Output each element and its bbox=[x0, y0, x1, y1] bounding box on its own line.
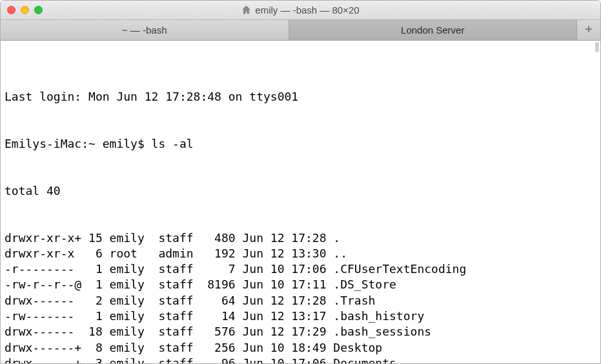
ls-row: drwxr-xr-x+ 15 emily staff 480 Jun 12 17… bbox=[5, 230, 596, 246]
scrollbar[interactable] bbox=[595, 42, 599, 52]
total-line: total 40 bbox=[5, 183, 596, 199]
zoom-button[interactable] bbox=[34, 6, 43, 14]
ls-row: -r-------- 1 emily staff 7 Jun 10 17:06 … bbox=[5, 261, 596, 277]
tab-label: ~ — -bash bbox=[122, 25, 167, 35]
new-tab-button[interactable] bbox=[577, 20, 600, 40]
minimize-button[interactable] bbox=[21, 6, 29, 14]
ls-row: drwxr-xr-x 6 root admin 192 Jun 12 13:30… bbox=[5, 246, 596, 261]
ls-row: -rw-r--r--@ 1 emily staff 8196 Jun 10 17… bbox=[5, 277, 596, 292]
window-title: emily — -bash — 80×20 bbox=[1, 5, 600, 15]
window-title-text: emily — -bash — 80×20 bbox=[255, 5, 359, 15]
ls-row: drwx------+ 8 emily staff 256 Jun 10 18:… bbox=[5, 340, 596, 356]
tab-london-server[interactable]: London Server bbox=[289, 20, 578, 40]
tab-bash[interactable]: ~ — -bash bbox=[1, 20, 289, 40]
home-icon bbox=[241, 5, 251, 15]
prompt: Emilys-iMac:~ emily$ bbox=[5, 137, 152, 150]
command-text: ls -al bbox=[152, 137, 194, 150]
ls-row: drwx------ 2 emily staff 64 Jun 12 17:28… bbox=[5, 293, 596, 308]
terminal-area[interactable]: Last login: Mon Jun 12 17:28:48 on ttys0… bbox=[1, 41, 600, 363]
window-titlebar: emily — -bash — 80×20 bbox=[1, 1, 600, 20]
window-controls bbox=[1, 6, 43, 14]
ls-row: -rw------- 1 emily staff 14 Jun 12 13:17… bbox=[5, 308, 596, 324]
command-line-1: Emilys-iMac:~ emily$ ls -al bbox=[5, 136, 596, 152]
last-login-line: Last login: Mon Jun 12 17:28:48 on ttys0… bbox=[5, 89, 596, 105]
tab-label: London Server bbox=[401, 25, 464, 35]
ls-row: drwx------+ 3 emily staff 96 Jun 10 17:0… bbox=[5, 356, 596, 363]
ls-output: drwxr-xr-x+ 15 emily staff 480 Jun 12 17… bbox=[5, 230, 596, 363]
plus-icon bbox=[584, 25, 593, 36]
tab-bar: ~ — -bash London Server bbox=[1, 20, 600, 41]
ls-row: drwx------ 18 emily staff 576 Jun 12 17:… bbox=[5, 324, 596, 339]
close-button[interactable] bbox=[7, 6, 15, 14]
